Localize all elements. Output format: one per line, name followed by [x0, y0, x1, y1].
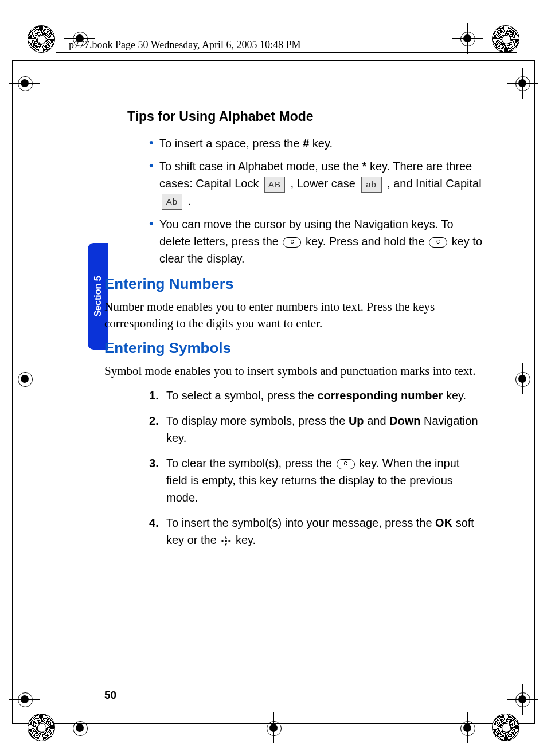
steps-list: To select a symbol, press the correspond…	[149, 387, 483, 549]
registration-mark-icon	[510, 687, 534, 711]
crop-line-top	[12, 60, 535, 61]
list-item: You can move the cursor by using the Nav…	[149, 216, 483, 267]
registration-mark-icon	[13, 71, 37, 95]
page-content: Tips for Using Alphabet Mode To insert a…	[104, 109, 483, 557]
bullet-list: To insert a space, press the # key. To s…	[149, 135, 483, 267]
list-item: To shift case in Alphabet mode, use the …	[149, 158, 483, 210]
radial-mark-icon	[492, 714, 519, 741]
text: To insert the symbol(s) into your messag…	[166, 516, 435, 529]
svg-marker-2	[221, 540, 224, 542]
registration-mark-icon	[455, 716, 479, 740]
text: To shift case in Alphabet mode, use the	[159, 160, 362, 173]
list-item: To insert a space, press the # key.	[149, 135, 483, 152]
registration-mark-icon	[68, 716, 92, 740]
list-item: To select a symbol, press the correspond…	[149, 387, 483, 404]
heading-entering-numbers: Entering Numbers	[104, 275, 483, 293]
heading-tips: Tips for Using Alphabet Mode	[127, 109, 483, 124]
text: , and Initial Capital	[387, 177, 482, 190]
text: , Lower case	[291, 177, 359, 190]
svg-marker-0	[225, 536, 227, 539]
text: and	[364, 414, 389, 427]
text: key.	[232, 534, 256, 546]
list-item: To display more symbols, press the Up an…	[149, 412, 483, 446]
svg-point-4	[225, 540, 227, 542]
clear-key-icon	[337, 459, 355, 469]
running-header: p777.book Page 50 Wednesday, April 6, 20…	[69, 39, 510, 51]
header-rule	[56, 52, 517, 53]
initial-cap-icon: Ab	[162, 194, 182, 210]
text: To insert a space, press the	[159, 137, 303, 150]
registration-mark-icon	[510, 71, 534, 95]
svg-marker-1	[225, 543, 227, 546]
text: To display more symbols, press the	[166, 414, 349, 427]
text: Down	[389, 414, 420, 427]
hash-key-label: #	[303, 137, 309, 150]
body-text: Symbol mode enables you to insert symbol…	[104, 363, 483, 379]
section-tab-label: Section 5	[93, 276, 103, 316]
list-item: To insert the symbol(s) into your messag…	[149, 514, 483, 549]
text: key. Press and hold the	[302, 235, 428, 248]
text: .	[188, 195, 192, 207]
page-number: 50	[104, 689, 116, 702]
registration-mark-icon	[13, 367, 37, 391]
nav-key-icon	[221, 536, 231, 546]
heading-entering-symbols: Entering Symbols	[104, 339, 483, 357]
registration-mark-icon	[261, 716, 286, 740]
crop-line-right	[534, 60, 535, 724]
list-item: To clear the symbol(s), press the key. W…	[149, 455, 483, 506]
clear-key-icon	[283, 237, 301, 248]
svg-marker-3	[228, 540, 231, 542]
clear-key-icon	[429, 237, 447, 248]
registration-mark-icon	[510, 367, 534, 391]
text: To select a symbol, press the	[166, 389, 317, 402]
text: Up	[349, 414, 364, 427]
registration-mark-icon	[13, 687, 37, 711]
crop-line-left	[12, 60, 13, 724]
caps-lock-icon: AB	[264, 177, 285, 193]
text: key.	[443, 389, 466, 402]
body-text: Number mode enables you to enter numbers…	[104, 299, 483, 331]
lowercase-icon: ab	[361, 177, 382, 193]
text: corresponding number	[317, 389, 443, 402]
text: To clear the symbol(s), press the	[166, 457, 335, 469]
radial-mark-icon	[28, 714, 55, 741]
text: key.	[309, 137, 333, 150]
text: OK	[435, 516, 452, 529]
radial-mark-icon	[28, 25, 55, 53]
